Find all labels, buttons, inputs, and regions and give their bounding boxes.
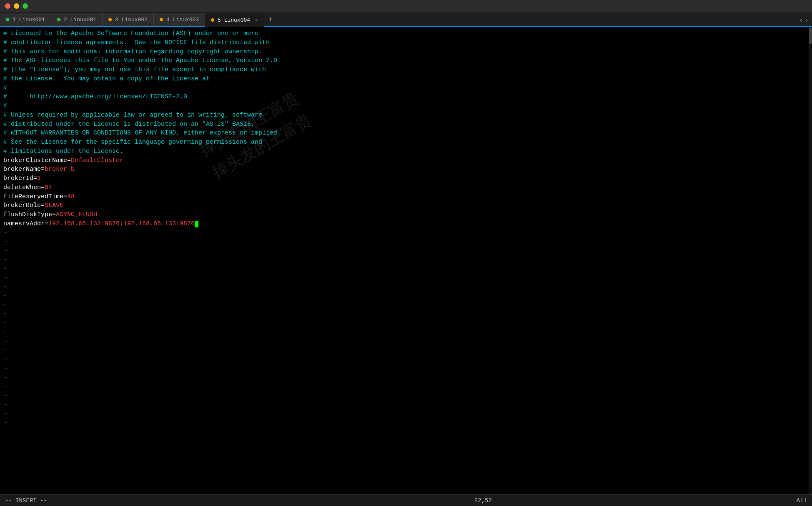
status-bar: -- INSERT -- 22,52 All (0, 494, 812, 506)
tab-nav-next[interactable]: › (804, 17, 809, 24)
scroll-position: All (797, 497, 807, 504)
close-button[interactable] (5, 3, 10, 9)
editor-mode: -- INSERT -- (5, 497, 47, 504)
tab-linux002[interactable]: 3 Linux002 (103, 13, 154, 26)
scrollbar-thumb[interactable] (809, 27, 812, 44)
scrollbar[interactable] (809, 27, 812, 494)
tab-linux001-2[interactable]: 2 Linux001 (51, 13, 103, 26)
tab-label-5: 5 Linux004 (218, 17, 250, 23)
editor-content: # Licensed to the Apache Software Founda… (0, 27, 812, 429)
tab-dot-3 (108, 18, 112, 21)
tab-label-3: 3 Linux002 (115, 17, 148, 23)
tab-label-2: 2 Linux001 (64, 17, 96, 23)
tab-dot-2 (57, 18, 60, 21)
tab-add-button[interactable]: + (264, 13, 277, 26)
tab-label-4: 4 Linux003 (166, 17, 199, 23)
tab-nav: ‹ › (799, 17, 812, 26)
tab-nav-prev[interactable]: ‹ (799, 17, 803, 24)
tab-linux001-1[interactable]: 1 Linux001 (0, 13, 51, 26)
tab-dot-1 (6, 18, 9, 21)
tab-dot-4 (160, 18, 163, 21)
tab-bar: 1 Linux001 2 Linux001 3 Linux002 4 Linux… (0, 12, 812, 27)
tab-linux003[interactable]: 4 Linux003 (154, 13, 205, 26)
editor-area[interactable]: # Licensed to the Apache Software Founda… (0, 27, 812, 494)
title-bar (0, 0, 812, 12)
cursor-position: 22,52 (474, 497, 492, 504)
tab-close-5[interactable]: ✕ (255, 17, 258, 23)
maximize-button[interactable] (23, 3, 28, 9)
tab-linux004[interactable]: 5 Linux004 ✕ (205, 14, 264, 27)
minimize-button[interactable] (14, 3, 19, 9)
status-right: 22,52 All (474, 497, 807, 504)
tab-dot-5 (211, 18, 214, 22)
tab-label-1: 1 Linux001 (13, 17, 45, 23)
